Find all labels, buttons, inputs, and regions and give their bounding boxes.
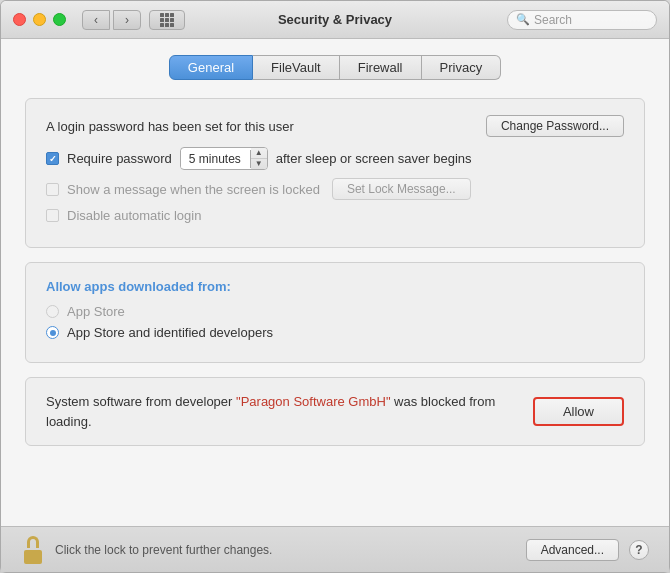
grid-dot bbox=[165, 18, 169, 22]
require-password-checkbox[interactable] bbox=[46, 152, 59, 165]
grid-menu-button[interactable] bbox=[149, 10, 185, 30]
download-section-title: Allow apps downloaded from: bbox=[46, 279, 624, 294]
forward-button[interactable]: › bbox=[113, 10, 141, 30]
stepper-up[interactable]: ▲ bbox=[251, 148, 267, 159]
nav-buttons: ‹ › bbox=[82, 10, 141, 30]
allow-text: System software from developer "Paragon … bbox=[46, 392, 517, 431]
app-store-identified-radio[interactable] bbox=[46, 326, 59, 339]
main-window: ‹ › Security & Privacy 🔍 Search bbox=[0, 0, 670, 573]
lock-icon[interactable] bbox=[21, 536, 45, 564]
app-store-identified-option: App Store and identified developers bbox=[46, 325, 624, 340]
lock-body bbox=[24, 550, 42, 564]
tab-general[interactable]: General bbox=[169, 55, 253, 80]
set-lock-message-button: Set Lock Message... bbox=[332, 178, 471, 200]
search-icon: 🔍 bbox=[516, 13, 530, 26]
search-placeholder: Search bbox=[534, 13, 572, 27]
download-title-colon: : bbox=[227, 279, 231, 294]
app-store-radio[interactable] bbox=[46, 305, 59, 318]
grid-icon bbox=[160, 13, 174, 27]
window-title: Security & Privacy bbox=[278, 12, 392, 27]
traffic-lights bbox=[13, 13, 66, 26]
require-password-row: Require password 5 minutes ▲ ▼ after sle… bbox=[46, 147, 624, 170]
change-password-button[interactable]: Change Password... bbox=[486, 115, 624, 137]
disable-login-row: Disable automatic login bbox=[46, 208, 624, 223]
tab-bar: General FileVault Firewall Privacy bbox=[25, 55, 645, 80]
show-message-label: Show a message when the screen is locked bbox=[67, 182, 320, 197]
maximize-button[interactable] bbox=[53, 13, 66, 26]
stepper-arrows: ▲ ▼ bbox=[251, 148, 267, 169]
close-button[interactable] bbox=[13, 13, 26, 26]
grid-dot bbox=[170, 13, 174, 17]
developer-name: "Paragon Software GmbH" bbox=[236, 394, 390, 409]
grid-dot bbox=[160, 23, 164, 27]
app-store-label: App Store bbox=[67, 304, 125, 319]
lock-label: Click the lock to prevent further change… bbox=[55, 543, 516, 557]
grid-dot bbox=[165, 23, 169, 27]
allow-section: System software from developer "Paragon … bbox=[25, 377, 645, 446]
grid-dot bbox=[170, 23, 174, 27]
lock-shackle bbox=[27, 536, 39, 548]
login-password-text: A login password has been set for this u… bbox=[46, 119, 294, 134]
require-password-label: Require password bbox=[67, 151, 172, 166]
download-section: Allow apps downloaded from: App Store Ap… bbox=[25, 262, 645, 363]
login-panel: A login password has been set for this u… bbox=[25, 98, 645, 248]
grid-dot bbox=[170, 18, 174, 22]
grid-dot bbox=[160, 13, 164, 17]
advanced-button[interactable]: Advanced... bbox=[526, 539, 619, 561]
disable-login-label: Disable automatic login bbox=[67, 208, 201, 223]
login-row: A login password has been set for this u… bbox=[46, 115, 624, 137]
allow-button[interactable]: Allow bbox=[533, 397, 624, 426]
app-store-option: App Store bbox=[46, 304, 624, 319]
grid-dot bbox=[160, 18, 164, 22]
password-timer-value: 5 minutes bbox=[181, 150, 251, 168]
disable-login-checkbox[interactable] bbox=[46, 209, 59, 222]
download-title-text: Allow apps downloaded from bbox=[46, 279, 227, 294]
search-box[interactable]: 🔍 Search bbox=[507, 10, 657, 30]
tab-privacy[interactable]: Privacy bbox=[422, 55, 502, 80]
minimize-button[interactable] bbox=[33, 13, 46, 26]
show-message-checkbox[interactable] bbox=[46, 183, 59, 196]
password-timer-stepper[interactable]: 5 minutes ▲ ▼ bbox=[180, 147, 268, 170]
allow-text-prefix: System software from developer bbox=[46, 394, 236, 409]
tab-filevault[interactable]: FileVault bbox=[253, 55, 340, 80]
grid-dot bbox=[165, 13, 169, 17]
bottom-bar: Click the lock to prevent further change… bbox=[1, 526, 669, 572]
content-area: General FileVault Firewall Privacy A log… bbox=[1, 39, 669, 526]
show-message-row: Show a message when the screen is locked… bbox=[46, 178, 624, 200]
app-store-identified-label: App Store and identified developers bbox=[67, 325, 273, 340]
tab-firewall[interactable]: Firewall bbox=[340, 55, 422, 80]
back-button[interactable]: ‹ bbox=[82, 10, 110, 30]
require-password-suffix: after sleep or screen saver begins bbox=[276, 151, 472, 166]
titlebar: ‹ › Security & Privacy 🔍 Search bbox=[1, 1, 669, 39]
stepper-down[interactable]: ▼ bbox=[251, 159, 267, 169]
help-button[interactable]: ? bbox=[629, 540, 649, 560]
